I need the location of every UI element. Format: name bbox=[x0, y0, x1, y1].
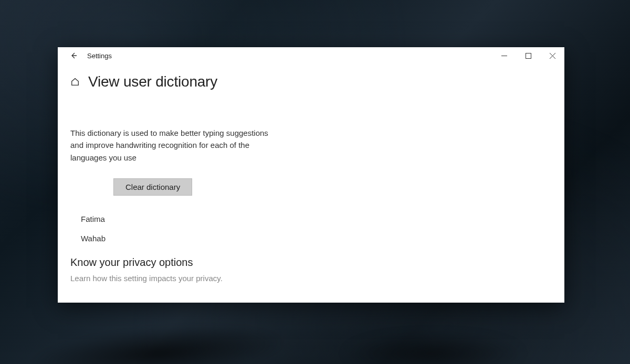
maximize-button[interactable] bbox=[516, 47, 540, 64]
back-button[interactable] bbox=[65, 47, 82, 64]
settings-window: Settings bbox=[58, 47, 564, 303]
privacy-subtitle: Learn how this setting impacts your priv… bbox=[70, 274, 552, 283]
home-icon bbox=[70, 77, 80, 87]
privacy-heading: Know your privacy options bbox=[70, 256, 552, 269]
content-area: This dictionary is used to make better t… bbox=[58, 90, 564, 283]
close-icon bbox=[550, 53, 555, 59]
arrow-left-icon bbox=[69, 51, 78, 60]
page-title: View user dictionary bbox=[88, 73, 217, 90]
clear-dictionary-button[interactable]: Clear dictionary bbox=[113, 178, 192, 196]
close-button[interactable] bbox=[540, 47, 564, 64]
app-title-label: Settings bbox=[87, 52, 112, 60]
home-button[interactable] bbox=[69, 76, 81, 88]
window-controls bbox=[492, 47, 564, 64]
page-header: View user dictionary bbox=[58, 64, 564, 90]
minimize-button[interactable] bbox=[492, 47, 516, 64]
privacy-section: Know your privacy options Learn how this… bbox=[70, 256, 552, 283]
maximize-icon bbox=[526, 53, 531, 59]
list-item: Fatima bbox=[81, 215, 552, 223]
minimize-icon bbox=[501, 53, 507, 59]
dictionary-description: This dictionary is used to make better t… bbox=[70, 127, 275, 164]
list-item: Wahab bbox=[81, 234, 552, 243]
dictionary-word-list: Fatima Wahab bbox=[70, 215, 552, 243]
svg-rect-1 bbox=[526, 53, 531, 58]
titlebar[interactable]: Settings bbox=[58, 47, 564, 64]
